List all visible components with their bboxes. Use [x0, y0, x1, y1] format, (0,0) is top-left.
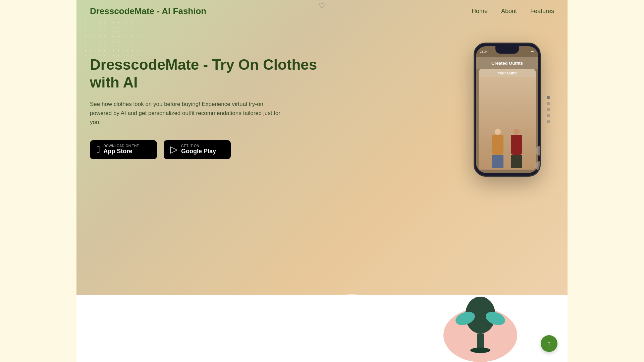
brand-title: DresscodeMate - AI Fashion: [90, 6, 206, 16]
hero-description: See how clothes look on you before buyin…: [90, 100, 284, 127]
hero-heading: DresscodeMate - Try On Clothes with AI: [90, 56, 318, 92]
outfit-header: Your Outfit: [479, 69, 536, 77]
download-buttons:  Download on the App Store ▷ GET IT ON …: [90, 140, 318, 159]
scroll-dot-2[interactable]: [547, 102, 550, 105]
person-figure-2: [508, 129, 525, 168]
googleplay-icon: ▷: [170, 145, 178, 154]
person-figure-1: [489, 129, 506, 168]
phone-screen: 13:34 ▪▪▪ Created Outfits Your Outfit: [476, 46, 538, 173]
person1-legs: [492, 155, 503, 168]
nav-home[interactable]: Home: [472, 8, 488, 15]
phone-header-text: Created Outfits: [491, 61, 523, 66]
phone-content-area: Your Outfit: [479, 69, 536, 170]
scroll-dot-4[interactable]: [547, 114, 550, 117]
scroll-top-icon: ↑: [547, 339, 551, 348]
googleplay-subtitle: GET IT ON: [181, 144, 216, 148]
nav-links: Home About Features: [472, 8, 554, 15]
phone-container: 13:34 ▪▪▪ Created Outfits Your Outfit: [474, 43, 541, 177]
googleplay-button[interactable]: ▷ GET IT ON Google Play: [164, 140, 231, 159]
outer-left-margin: [0, 0, 76, 362]
scroll-top-button[interactable]: ↑: [541, 335, 557, 352]
appstore-button[interactable]:  Download on the App Store: [90, 140, 157, 159]
hero-text: DresscodeMate - Try On Clothes with AI S…: [90, 49, 318, 159]
nav-features[interactable]: Features: [530, 8, 554, 15]
googleplay-text-group: GET IT ON Google Play: [181, 144, 216, 155]
person1-head: [495, 129, 501, 135]
main-content: ♡ DresscodeMate - AI Fashion Home About …: [76, 0, 568, 362]
phone-time: 13:34: [480, 50, 488, 53]
person1-body: [492, 135, 503, 155]
nav-about[interactable]: About: [501, 8, 517, 15]
outfit-image-area: [479, 77, 536, 170]
hero-section: DresscodeMate - Try On Clothes with AI S…: [76, 22, 568, 217]
phone-app-header: Created Outfits: [476, 57, 538, 69]
phone-signal-icons: ▪▪▪: [531, 50, 534, 53]
phone-notch: [495, 46, 519, 54]
mannequin-area: [433, 261, 527, 362]
appstore-main-text: App Store: [103, 148, 139, 155]
appstore-subtitle: Download on the: [103, 144, 139, 148]
person2-legs: [511, 155, 522, 168]
googleplay-main-text: Google Play: [181, 148, 216, 155]
person2-body: [511, 135, 522, 155]
appstore-text-group: Download on the App Store: [103, 144, 139, 155]
scroll-dot-1[interactable]: [547, 96, 550, 99]
scroll-dot-5[interactable]: [547, 120, 550, 123]
person2-head: [514, 129, 520, 135]
scroll-dot-3[interactable]: [547, 108, 550, 111]
outer-right-margin: [568, 0, 644, 362]
scroll-dots: [547, 96, 550, 123]
apple-icon: : [97, 145, 100, 154]
phone-mockup: 13:34 ▪▪▪ Created Outfits Your Outfit: [474, 43, 541, 177]
navbar: DresscodeMate - AI Fashion Home About Fe…: [76, 0, 568, 22]
svg-point-5: [470, 348, 490, 353]
